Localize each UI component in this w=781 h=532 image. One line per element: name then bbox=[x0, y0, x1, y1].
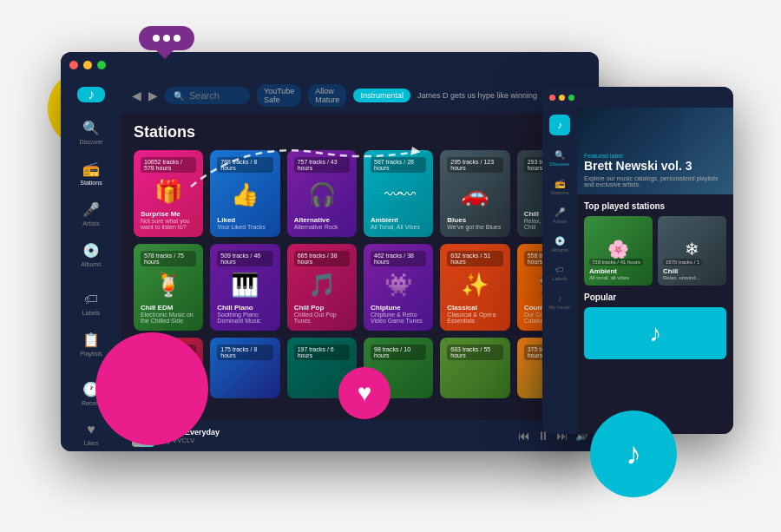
teal-circle-decoration: ♪ bbox=[590, 410, 677, 497]
station-name: Chiptune bbox=[371, 304, 426, 312]
search-input[interactable] bbox=[189, 90, 241, 101]
station-ambient[interactable]: 587 tracks / 28 hours 〰〰 Ambient All Ton… bbox=[364, 150, 433, 237]
maximize-button[interactable] bbox=[97, 61, 106, 69]
right-layout: ♪ 🔍 Discover 📻 Stations 🎤 Artists 💿 Albu… bbox=[542, 108, 733, 434]
right-hero-title: Brett Newski vol. 3 bbox=[584, 159, 726, 174]
speech-bubble bbox=[139, 26, 194, 50]
minimize-button[interactable] bbox=[83, 61, 92, 69]
station-name: Ambient bbox=[371, 216, 426, 224]
popular-title: Popular bbox=[584, 292, 726, 302]
right-hero: Featured label Brett Newski vol. 3 Explo… bbox=[577, 108, 733, 194]
sidebar-playlists-label: Playlists bbox=[80, 351, 102, 357]
sidebar-item-stations[interactable]: 📻 Stations bbox=[61, 154, 121, 193]
bubble-dot bbox=[163, 35, 170, 42]
right-app-logo: ♪ bbox=[549, 115, 570, 135]
right-sidebar-discover[interactable]: 🔍 Discover bbox=[542, 146, 577, 171]
heart-bubble: ♥ bbox=[338, 367, 390, 419]
right-discover-icon: 🔍 bbox=[555, 150, 565, 160]
right-hero-subtitle: Explore our music catalogs, personalized… bbox=[584, 175, 726, 187]
prev-button[interactable]: ⏮ bbox=[518, 429, 530, 443]
station-badge: 632 tracks / 51 hours bbox=[447, 251, 502, 266]
station-chiptune[interactable]: 462 tracks / 38 hours 👾 Chiptune Chiptun… bbox=[364, 244, 433, 331]
sidebar-item-discover[interactable]: 🔍 Discover bbox=[61, 113, 121, 152]
right-app-window: ♪ 🔍 Discover 📻 Stations 🎤 Artists 💿 Albu… bbox=[542, 87, 733, 434]
station-liked[interactable]: 768 tracks / 8 hours 👍 Liked Your Liked … bbox=[210, 150, 279, 237]
station-icon: 🎵 bbox=[294, 266, 350, 304]
station-chill-pop[interactable]: 665 tracks / 38 hours 🎵 Chill Pop Chille… bbox=[287, 244, 357, 331]
sidebar-item-labels[interactable]: 🏷 Labels bbox=[61, 285, 121, 323]
station-badge: 462 tracks / 38 hours bbox=[371, 251, 426, 266]
right-hero-text: Featured label Brett Newski vol. 3 Explo… bbox=[584, 153, 726, 187]
likes-icon: ♥ bbox=[87, 422, 95, 437]
sidebar-item-artists[interactable]: 🎤 Artists bbox=[61, 194, 121, 233]
station-name: Chill EDM bbox=[141, 304, 196, 312]
station-row3-2[interactable]: 175 tracks / 8 hours bbox=[210, 338, 279, 398]
labels-icon: 🏷 bbox=[84, 292, 98, 307]
right-chill-name: Chill bbox=[663, 267, 721, 275]
right-main-content: Featured label Brett Newski vol. 3 Explo… bbox=[577, 108, 733, 434]
sidebar-labels-label: Labels bbox=[82, 310, 101, 316]
station-badge: 683 tracks / 55 hours bbox=[447, 345, 502, 360]
player-info: Party Everyday by VVCLV bbox=[163, 428, 509, 444]
top-played-title: Top played stations bbox=[584, 201, 726, 211]
station-badge: 757 tracks / 43 hours bbox=[294, 157, 350, 173]
right-ambient-icon: 🌸 bbox=[607, 239, 629, 259]
station-badge: 665 tracks / 38 hours bbox=[294, 251, 350, 266]
right-close-btn[interactable] bbox=[549, 95, 555, 101]
music-icon: ♪ bbox=[626, 436, 641, 472]
back-button[interactable]: ◀ bbox=[132, 89, 141, 102]
station-icon: 👍 bbox=[217, 173, 272, 216]
station-desc: Chiptune & Retro Video Game Tunes bbox=[371, 312, 426, 324]
bubble-dot bbox=[153, 35, 160, 42]
right-chill-station[interactable]: ❄ 1970 tracks / 1 Chill Relax, unwind... bbox=[658, 216, 726, 286]
station-surprise-me[interactable]: 10652 tracks / 578 hours 🎁 Surprise Me N… bbox=[134, 150, 203, 237]
right-sidebar-labels[interactable]: 🏷 Labels bbox=[542, 260, 577, 286]
station-desc: Electronic Music on the Chilled Side bbox=[141, 312, 196, 324]
station-name: Chill Pop bbox=[294, 304, 350, 312]
allow-mature-tab[interactable]: Allow Mature bbox=[308, 84, 346, 107]
right-hero-label: Featured label bbox=[584, 153, 726, 159]
right-labels-label: Labels bbox=[552, 276, 568, 281]
popular-music-icon: ♪ bbox=[649, 319, 661, 347]
close-button[interactable] bbox=[69, 61, 78, 69]
right-sections: Top played stations 🌸 729 tracks / 41 ho… bbox=[577, 194, 733, 366]
forward-button[interactable]: ▶ bbox=[148, 89, 158, 102]
station-blues[interactable]: 295 tracks / 123 hours 🚗 Blues We've got… bbox=[440, 150, 509, 237]
station-icon: 🎹 bbox=[217, 266, 272, 304]
popular-card[interactable]: ♪ bbox=[584, 307, 726, 359]
youtube-safe-tab[interactable]: YouTube Safe bbox=[257, 84, 301, 107]
right-ambient-station[interactable]: 🌸 729 tracks / 41 hours Ambient All tona… bbox=[584, 216, 653, 286]
station-chill-edm[interactable]: 578 tracks / 75 hours 🍹 Chill EDM Electr… bbox=[134, 244, 203, 331]
right-sidebar-albums[interactable]: 💿 Albums bbox=[542, 232, 577, 257]
station-name: Classical bbox=[447, 304, 502, 312]
search-bar[interactable]: 🔍 bbox=[165, 87, 250, 104]
station-badge: 295 tracks / 123 hours bbox=[447, 157, 502, 173]
station-icon: 🚗 bbox=[447, 173, 502, 216]
right-artists-label: Artists bbox=[553, 219, 568, 224]
user-info: James D gets us hype like winning bbox=[417, 91, 537, 100]
station-classical[interactable]: 632 tracks / 51 hours ✨ Classical Classi… bbox=[440, 244, 509, 331]
station-alternative[interactable]: 757 tracks / 43 hours 🎧 Alternative Alte… bbox=[287, 150, 357, 237]
station-badge: 10652 tracks / 578 hours bbox=[141, 157, 196, 173]
station-row3-5[interactable]: 683 tracks / 55 hours bbox=[440, 338, 509, 398]
sidebar-likes-label: Likes bbox=[84, 440, 98, 446]
station-desc: Soothing Piano Dominant Music bbox=[217, 312, 272, 324]
instrumental-tab[interactable]: Instrumental bbox=[353, 89, 410, 102]
right-ambient-desc: All tonal, all vibes bbox=[589, 275, 647, 280]
right-sidebar-stations[interactable]: 📻 Stations bbox=[542, 174, 577, 200]
station-icon: ✨ bbox=[447, 266, 502, 304]
search-icon: 🔍 bbox=[174, 91, 184, 101]
right-minimize-btn[interactable] bbox=[559, 95, 565, 101]
sidebar-item-albums[interactable]: 💿 Albums bbox=[61, 235, 121, 274]
right-sidebar-artists[interactable]: 🎤 Artists bbox=[542, 203, 577, 228]
station-chill-piano[interactable]: 509 tracks / 46 hours 🎹 Chill Piano Soot… bbox=[210, 244, 279, 331]
right-albums-label: Albums bbox=[551, 247, 568, 253]
station-badge: 578 tracks / 75 hours bbox=[141, 251, 196, 266]
right-sidebar-mymusic[interactable]: ♪ My music bbox=[542, 289, 577, 314]
title-bar bbox=[61, 52, 599, 78]
right-maximize-btn[interactable] bbox=[568, 95, 574, 101]
station-badge: 768 tracks / 8 hours bbox=[217, 157, 272, 173]
station-icon: 〰〰 bbox=[371, 173, 426, 216]
station-badge: 587 tracks / 28 hours bbox=[371, 157, 426, 173]
right-mymusic-icon: ♪ bbox=[558, 293, 562, 303]
